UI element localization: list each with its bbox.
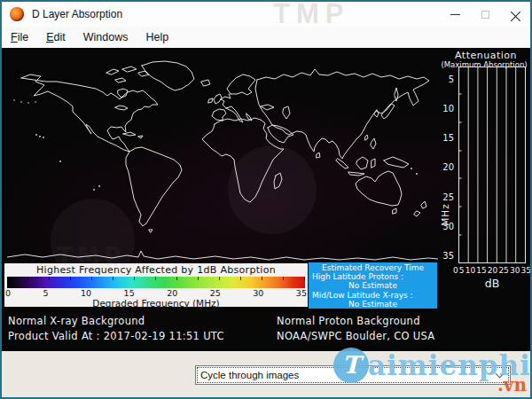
legend-tick-label: 25	[210, 288, 221, 298]
attenuation-chart	[458, 66, 526, 263]
plot-area: TMP	[2, 48, 530, 351]
close-icon	[511, 10, 520, 20]
menu-bar: File Edit Windows Help	[2, 27, 530, 48]
window-title: D Layer Absorption	[32, 8, 122, 20]
x-tick-label: 25	[498, 266, 508, 275]
minimize-icon	[450, 14, 460, 15]
status-left: Normal X-ray Background Product Valid At…	[8, 314, 224, 344]
x-tick-label: 30	[510, 266, 520, 275]
legend-tick-label: 30	[253, 288, 263, 298]
legend-ticks: 05101520253035	[4, 288, 308, 298]
recovery-protons-value: No Estimate	[309, 281, 437, 290]
recovery-xrays-value: No Estimate	[309, 300, 437, 309]
source-credit: NOAA/SWPC Boulder, CO USA	[277, 329, 435, 344]
title-bar: D Layer Absorption TMP	[2, 2, 530, 27]
legend-tick-label: 10	[81, 288, 91, 298]
x-tick-label: 5	[459, 266, 465, 275]
world-map	[7, 55, 438, 261]
sun-app-icon	[10, 7, 24, 21]
x-tick-label: 35	[521, 266, 531, 275]
legend-title: Highest Frequency Affected by 1dB Absorp…	[4, 263, 308, 276]
y-tick-label: 10	[442, 104, 454, 113]
recovery-xrays-label: Mid/Low Latitude X-rays :	[309, 291, 437, 300]
app-window: D Layer Absorption TMP File Edit Windows…	[0, 0, 532, 399]
y-tick-label: 15	[442, 133, 454, 143]
attenuation-y-unit: MHz	[440, 188, 450, 241]
attenuation-x-unit: dB	[458, 277, 526, 290]
recovery-title: Estimated Recovery Time	[309, 263, 437, 272]
y-tick-label: 35	[442, 251, 454, 261]
y-tick-label: 5	[449, 74, 454, 84]
x-tick-label: 20	[488, 266, 497, 275]
status-right: Normal Proton Background NOAA/SWPC Bould…	[277, 314, 435, 344]
window-controls	[440, 2, 530, 27]
chevron-down-icon	[496, 370, 505, 379]
menu-file[interactable]: File	[2, 28, 37, 46]
x-tick-label: 10	[466, 266, 475, 275]
legend-tick-label: 35	[296, 288, 307, 298]
legend-tick-label: 15	[124, 288, 135, 298]
x-tick-label: 0	[453, 266, 458, 275]
tmp-watermark: TMP	[273, 0, 349, 30]
attenuation-x-axis: 05101520253035	[453, 266, 531, 275]
minimize-button[interactable]	[440, 2, 470, 27]
proton-status: Normal Proton Background	[277, 314, 435, 329]
product-valid-time: Product Valid At : 2017-02-19 11:51 UTC	[8, 329, 224, 344]
menu-windows[interactable]: Windows	[74, 28, 137, 46]
recovery-protons-label: High Latitude Protons :	[309, 272, 437, 281]
recovery-time-box: Estimated Recovery Time High Latitude Pr…	[309, 262, 437, 309]
legend-tick-label: 5	[43, 288, 49, 298]
maximize-icon	[481, 11, 489, 19]
footer-bar: Cycle through images	[2, 351, 530, 397]
maximize-button[interactable]	[470, 2, 500, 27]
xray-status: Normal X-ray Background	[8, 314, 224, 329]
cycle-images-combobox[interactable]: Cycle through images	[195, 365, 511, 385]
combobox-value: Cycle through images	[196, 370, 497, 380]
y-tick-label: 20	[442, 162, 454, 172]
x-tick-label: 15	[476, 266, 486, 275]
menu-help[interactable]: Help	[137, 28, 177, 46]
legend-x-label: Degraded Frequency (MHz)	[4, 298, 308, 309]
legend-colorbar	[7, 277, 305, 288]
legend-tick-label: 0	[5, 288, 11, 298]
legend-tick-label: 20	[167, 288, 177, 298]
menu-edit[interactable]: Edit	[37, 28, 74, 46]
close-button[interactable]	[500, 2, 530, 27]
frequency-legend: Highest Frequency Affected by 1dB Absorp…	[4, 263, 308, 307]
